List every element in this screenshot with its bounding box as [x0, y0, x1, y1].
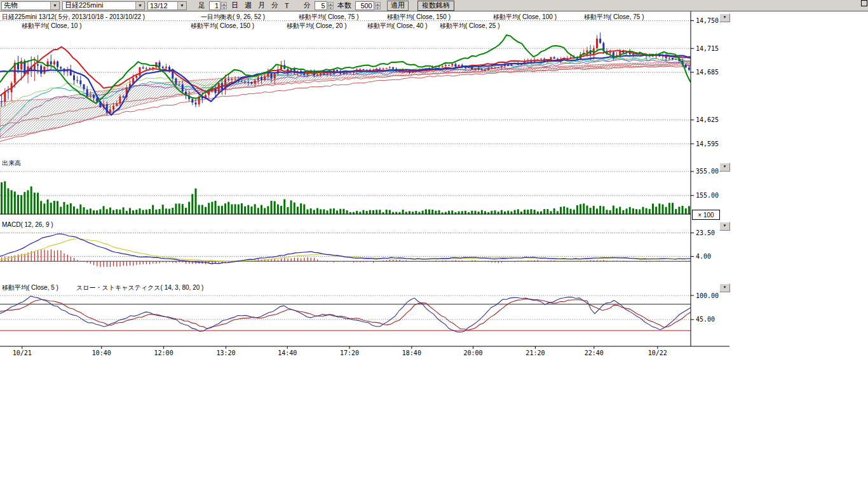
contract-select[interactable]: 13/12 ▼: [147, 1, 187, 10]
market-select[interactable]: 先物 ▼: [1, 1, 60, 10]
bar-type-spin-buttons[interactable]: ▲ ▼: [221, 2, 227, 10]
legend-ma-150: 移動平均( Close, 150 ): [387, 13, 451, 22]
symbol-select[interactable]: 日経225mini ▼: [62, 1, 145, 10]
minute-value: 5: [315, 1, 327, 10]
svg-text:355.00: 355.00: [696, 168, 719, 175]
volume-multiplier-box: × 100: [692, 210, 720, 220]
svg-text:14,750: 14,750: [696, 17, 719, 24]
svg-text:23.50: 23.50: [696, 229, 715, 236]
svg-text:100.00: 100.00: [696, 292, 719, 299]
svg-text:45.00: 45.00: [696, 316, 715, 323]
bar-type-label: 足: [197, 1, 207, 10]
spin-down-icon[interactable]: ▼: [221, 6, 227, 10]
svg-text:14,685: 14,685: [696, 69, 719, 76]
legend-ichimoku: 一目均衡表( 9, 26, 52 ): [201, 13, 265, 22]
apply-button[interactable]: 適用: [387, 1, 409, 11]
spin-down-icon[interactable]: ▼: [328, 6, 334, 10]
symbol-select-arrow-icon[interactable]: ▼: [135, 2, 144, 10]
market-select-value: 先物: [2, 1, 50, 10]
market-select-arrow-icon[interactable]: ▼: [50, 2, 59, 10]
svg-text:14,595: 14,595: [696, 140, 719, 147]
volume-pane-collapse-button[interactable]: ▼: [719, 163, 730, 172]
toolbar: 先物 ▼ 日経225mini ▼ 13/12 ▼ 足 1 ▲ ▼ 日 週 月 分…: [0, 0, 868, 11]
period-week-button[interactable]: 週: [243, 1, 254, 10]
bar-count-value: 500: [355, 1, 374, 10]
macd-pane-collapse-button[interactable]: ▼: [719, 222, 730, 231]
legend-ma-10: 移動平均( Close, 10 ): [22, 22, 81, 30]
svg-text:14,715: 14,715: [696, 45, 719, 52]
svg-text:10/21: 10/21: [13, 349, 32, 356]
svg-text:13:20: 13:20: [216, 349, 235, 356]
period-minute-button[interactable]: 分: [269, 1, 280, 10]
svg-text:22:40: 22:40: [585, 349, 604, 356]
price-pane-collapse-button[interactable]: ▼: [719, 13, 730, 22]
trading-chart-window: 14,75014,71514,68514,62514,595355.00155.…: [0, 0, 868, 488]
legend-ma-20: 移動平均( Close, 20 ): [287, 22, 346, 30]
bar-type-value: 1: [209, 1, 220, 10]
macd-pane-label: MACD( 12, 26, 9 ): [2, 221, 53, 228]
bar-type-stepper[interactable]: 1 ▲ ▼: [209, 1, 227, 10]
minute-label: 分: [302, 1, 312, 10]
legend-ma-75: 移動平均( Close, 75 ): [299, 13, 358, 22]
svg-text:4.00: 4.00: [696, 253, 711, 260]
bar-count-spin-buttons[interactable]: ▲ ▼: [375, 2, 381, 10]
legend-ma-75b: 移動平均( Close, 75 ): [584, 13, 644, 22]
bar-count-stepper[interactable]: 500 ▲ ▼: [355, 1, 381, 10]
minute-spin-buttons[interactable]: ▲ ▼: [328, 2, 334, 10]
stoch-ma-label: 移動平均( Close, 5 ): [2, 283, 58, 292]
chart-canvas: 14,75014,71514,68514,62514,595355.00155.…: [0, 0, 868, 488]
svg-text:14,625: 14,625: [696, 116, 719, 123]
spin-down-icon[interactable]: ▼: [375, 6, 381, 10]
svg-text:18:40: 18:40: [402, 349, 421, 356]
legend-series-title: 日経225mini 13/12( 5分, 2013/10/18 - 2013/1…: [2, 13, 145, 22]
multi-symbol-button[interactable]: 複数銘柄: [417, 1, 454, 11]
volume-pane-label: 出来高: [2, 159, 21, 168]
period-month-button[interactable]: 月: [256, 1, 267, 10]
period-day-button[interactable]: 日: [229, 1, 240, 10]
minute-stepper[interactable]: 5 ▲ ▼: [315, 1, 334, 10]
stochastics-label: スロー・ストキャスティクス( 14, 3, 80, 20 ): [76, 283, 203, 292]
bar-count-label: 本数: [336, 1, 353, 10]
contract-select-value: 13/12: [148, 2, 177, 10]
legend-ma-100: 移動平均( Close, 100 ): [493, 13, 557, 22]
svg-text:14:40: 14:40: [278, 349, 297, 356]
legend-ma-40: 移動平均( Close, 40 ): [367, 22, 427, 30]
symbol-select-value: 日経225mini: [63, 1, 135, 10]
period-tick-button[interactable]: T: [283, 2, 291, 10]
legend-ma-150b: 移動平均( Close, 150 ): [191, 22, 254, 30]
contract-select-arrow-icon[interactable]: ▼: [177, 2, 186, 10]
stoch-pane-collapse-button[interactable]: ▼: [719, 283, 730, 292]
legend-ma-25: 移動平均( Close, 25 ): [440, 22, 499, 30]
svg-text:10:40: 10:40: [92, 349, 111, 356]
svg-text:155.00: 155.00: [696, 192, 719, 199]
svg-text:17:20: 17:20: [340, 349, 359, 356]
window-corner-box: [861, 0, 867, 6]
svg-text:20:00: 20:00: [464, 349, 483, 356]
svg-text:12:00: 12:00: [154, 349, 173, 356]
svg-text:10/22: 10/22: [648, 349, 667, 356]
svg-text:21:20: 21:20: [526, 349, 545, 356]
